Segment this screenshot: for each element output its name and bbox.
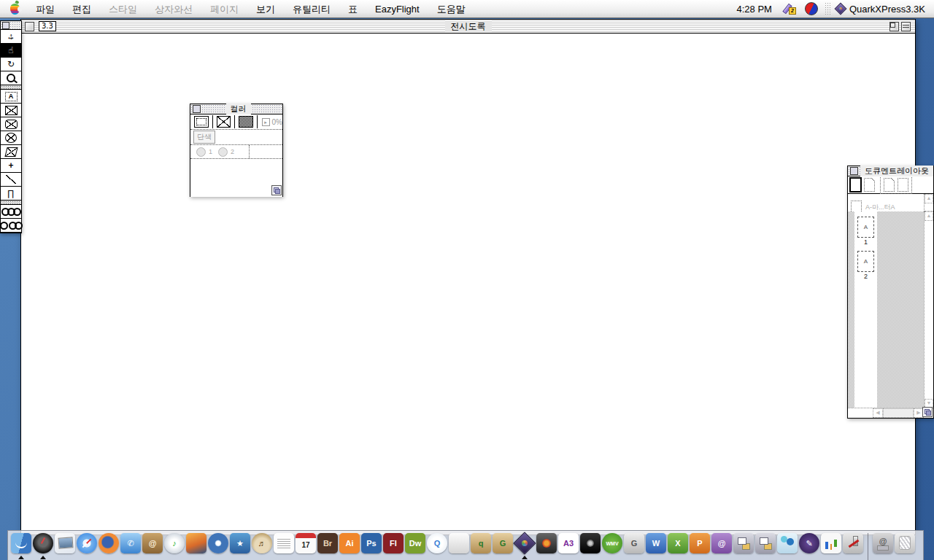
dock-icon-adobe-bridge[interactable]: Br [317,533,338,553]
dock-icon-painter[interactable]: ✎ [799,533,819,553]
korean-input-swirl-icon[interactable] [805,2,818,15]
dock-icon-projector[interactable] [580,533,601,553]
dock-icon-illustrator[interactable]: Ai [339,533,360,553]
dock-icon-dreamweaver[interactable]: Dw [405,533,425,553]
background-color-button[interactable] [239,116,253,128]
dock-icon-sync[interactable] [755,533,776,553]
solid-color-button[interactable]: 단색 [193,131,215,144]
page-thumbnail[interactable]: A [857,217,874,238]
pages-vertical-scrollbar[interactable]: ▲ ▼ [924,211,933,408]
dock-icon-tools[interactable] [843,533,863,553]
dock-icon-installer-q[interactable]: q [471,533,491,553]
scroll-left-icon[interactable]: ◀ [873,408,883,418]
menu-item-view[interactable]: 보기 [247,1,284,18]
blank-facing-page-icon[interactable] [864,178,875,192]
rounded-rect-picture-box-tool[interactable] [1,117,21,131]
windowshade-box[interactable] [901,22,911,31]
dock-icon-installer-g[interactable]: G [493,533,513,553]
apple-menu[interactable] [0,4,27,15]
dock-icon-chart[interactable] [821,533,841,553]
scrollbar-track[interactable] [883,408,914,418]
close-box[interactable] [2,22,9,29]
close-box[interactable] [850,167,858,175]
color-swatch-icon[interactable] [218,147,228,157]
dock-icon-ical[interactable]: 17 [296,533,316,553]
dock-icon-safari[interactable] [77,533,97,553]
dock-icon-word[interactable]: W [646,533,666,553]
dock-icon-photoshop[interactable]: Ps [361,533,382,553]
dock-icon-quark[interactable] [514,533,535,553]
dock-icon-messenger[interactable] [777,533,798,553]
dock-icon-trash[interactable] [895,533,915,553]
dock-icon-stamp[interactable]: @ [873,533,893,553]
dock-icon-flash[interactable]: Fl [383,533,404,553]
dock-icon-dashboard[interactable] [33,533,53,553]
orthogonal-line-tool[interactable]: + [1,159,21,173]
menu-item-help[interactable]: 도움말 [428,1,474,18]
dock-icon-sync[interactable] [733,533,754,553]
oval-picture-box-tool[interactable] [1,131,21,145]
zoom-box[interactable] [889,22,899,31]
dock-icon-itunes[interactable]: ♪ [164,533,185,553]
close-box[interactable] [193,105,201,113]
dock-icon-a3-app[interactable]: A3 [558,533,579,553]
text-box-tool[interactable]: A [1,90,21,104]
application-menu[interactable]: QuarkXPress3.3K [833,4,934,15]
color-swatch-icon[interactable] [196,147,206,157]
polygon-picture-box-tool[interactable] [1,145,21,159]
document-layout-titlebar[interactable]: 도큐멘트레이아웃 [848,166,933,176]
menu-item-edit[interactable]: 편집 [63,1,100,18]
menu-item-utilities[interactable]: 유틸리티 [284,1,339,18]
unlink-tool[interactable] [1,219,21,233]
diagonal-line-tool[interactable] [1,173,21,187]
dock-icon-front-row[interactable] [449,533,469,553]
pencil-input-icon[interactable]: 2 [784,3,796,15]
content-tool[interactable]: ☝ [1,44,21,58]
scroll-up-icon[interactable]: ▲ [925,211,933,221]
link-tool[interactable] [1,205,21,219]
menu-item-file[interactable]: 파일 [27,1,63,18]
text-path-tool[interactable]: ∏ [1,187,21,201]
menu-item-eazyflight[interactable]: EazyFlight [366,1,428,18]
tool-palette-titlebar[interactable] [1,21,21,30]
dock-icon-powerpoint[interactable]: P [690,533,710,553]
dock-icon-flip4mac-wmv[interactable]: WMV [602,533,622,553]
contents-color-button[interactable] [217,116,231,128]
dock-icon-imovie[interactable]: ★ [230,533,250,553]
dock-icon-finder[interactable] [11,533,31,553]
resize-grip[interactable] [271,185,282,195]
rect-picture-box-tool[interactable] [1,104,21,117]
frame-color-button[interactable] [194,116,209,128]
scroll-up-icon[interactable]: ▲ [925,194,933,203]
document-page[interactable] [21,34,915,534]
dock-icon-iphoto[interactable] [186,533,207,553]
dock-icon-preview[interactable] [55,533,75,553]
dock-icon-entourage[interactable]: @ [711,533,732,553]
color-list[interactable] [190,159,282,197]
dock-icon-address-book[interactable]: @ [142,533,163,553]
document-titlebar[interactable]: 3.3 전시도록 [21,20,915,34]
page-thumbnail[interactable]: A [857,251,874,272]
rotate-tool[interactable]: ↻ [1,58,21,71]
delete-page-icon[interactable] [898,178,908,192]
colors-palette-titlebar[interactable]: 컬러 [190,104,282,114]
dock-icon-ichat[interactable]: ✆ [120,533,141,553]
dock-icon-quicktime[interactable]: Q [427,533,447,553]
shade-control[interactable]: ▸ 0% [262,118,282,126]
item-tool[interactable] [1,30,21,44]
dock-icon-label: Fl [390,540,397,548]
pages-horizontal-scrollbar[interactable]: ◀ ▶ [848,408,933,418]
dock-icon-garageband[interactable]: ♬ [252,533,272,553]
dock-icon-graphicconverter[interactable]: G [624,533,644,553]
menu-item-table[interactable]: 표 [339,1,366,18]
blank-single-page-icon[interactable] [849,177,862,192]
dock-icon-toast[interactable] [536,533,557,553]
zoom-tool[interactable] [1,71,21,85]
resize-grip[interactable] [922,407,933,417]
dock-icon-firefox[interactable] [99,533,119,553]
dock-icon-textedit[interactable] [274,533,294,553]
duplicate-page-icon[interactable] [884,178,895,192]
dock-icon-idvd[interactable] [208,533,228,553]
dock-icon-excel[interactable]: X [668,533,688,553]
menu-clock[interactable]: 4:28 PM [730,4,779,15]
